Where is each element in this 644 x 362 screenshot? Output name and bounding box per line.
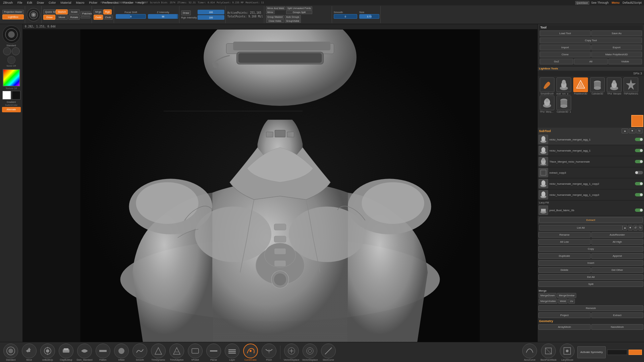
extract-button[interactable]: Extract! — [539, 217, 643, 223]
nanomesh-button[interactable]: NanoMesh — [591, 324, 644, 330]
menu-zbrush[interactable]: ZBrush — [2, 1, 14, 4]
subtool-toggle-5[interactable] — [635, 193, 643, 196]
auto-groups-button[interactable]: Auto Groups — [285, 15, 301, 19]
clone-button[interactable]: Clone — [540, 52, 591, 57]
pinch-btn[interactable]: Pinch — [260, 344, 278, 361]
lightbox-button[interactable]: LightBox — [2, 14, 24, 19]
subtool-up-button[interactable]: ▲ — [622, 128, 628, 133]
make-polymesh-button[interactable]: Make PolyMesh3D — [591, 52, 642, 57]
copy-tool-button[interactable]: Copy Tool — [540, 38, 642, 43]
brush-preview[interactable] — [27, 8, 40, 21]
menu-picker[interactable]: Picker — [88, 1, 99, 4]
subtool-down-button[interactable]: ▼ — [629, 128, 636, 133]
delete-button[interactable]: Delete — [538, 267, 591, 273]
geometry-header[interactable]: Geometry — [538, 319, 644, 323]
visible-button[interactable]: Visible — [608, 59, 642, 64]
quicksave-button[interactable]: QuickSave — [575, 1, 589, 5]
menu-edit[interactable]: Edit — [26, 1, 34, 4]
main-canvas[interactable] — [23, 29, 537, 342]
trimdynamic-btn[interactable]: TrimDynamic — [150, 344, 167, 361]
tool-tpol-oct[interactable]: TPol_Merged_oct — [539, 96, 555, 113]
subtool-header[interactable]: SubTool ▲ ▼ ↻ — [538, 128, 644, 134]
mrgb-button[interactable]: Mrgb — [94, 9, 103, 14]
load-tool-button[interactable]: Load Tool — [540, 31, 591, 36]
drawsize-slider[interactable]: 98 — [148, 14, 178, 19]
del-all-button[interactable]: Del All — [538, 274, 643, 280]
color-palette[interactable] — [3, 69, 20, 86]
tool-cylinder2[interactable]: Cylinder3D_1 — [556, 96, 572, 113]
group-masked-button[interactable]: Group Masked — [266, 15, 284, 19]
all-low-button[interactable]: All Low — [538, 239, 591, 245]
subtool-item-3[interactable]: extract_copy3 — [538, 167, 644, 178]
hpolish-btn[interactable]: hPolish — [186, 344, 204, 361]
smooth-btn[interactable]: Smooth — [131, 344, 149, 361]
alternate-button[interactable]: Alternate — [2, 107, 21, 112]
size-slider[interactable]: 3.73 — [359, 14, 379, 19]
inflate-btn2[interactable]: Inflate — [113, 344, 130, 361]
brush-sample-3[interactable] — [7, 56, 15, 64]
brush-sample-2[interactable] — [12, 47, 20, 55]
sketch-button[interactable]: Sketch — [56, 9, 68, 14]
extract-btn2[interactable]: Extract — [591, 312, 644, 318]
menu-draw[interactable]: Draw — [36, 1, 45, 4]
del-other-button[interactable]: Del Other — [591, 267, 644, 273]
close-holes-button[interactable]: Close Holes — [266, 19, 284, 23]
subtool-refresh-button[interactable]: ↻ — [636, 128, 643, 133]
arraymesh-button[interactable]: ArrayMesh — [538, 324, 591, 330]
tool-cylinder[interactable]: Cylinder3D — [589, 77, 605, 95]
subtool-toggle-1[interactable] — [635, 149, 643, 152]
rotate-button[interactable]: Rotate — [68, 15, 80, 20]
slicecurve-btn[interactable]: SliceCurve — [320, 344, 337, 361]
subtool-item-4[interactable]: nickz_humanmale_merged_agg_1_copy2 — [538, 178, 644, 189]
z-intensity-slider[interactable]: 100 — [198, 15, 224, 20]
list-up-button[interactable]: ▲ — [623, 225, 627, 231]
tool-star[interactable]: TNPolyMesh1 — [623, 77, 639, 95]
zadd-button[interactable]: Zadd — [94, 15, 103, 20]
merge-similar-button[interactable]: MergeSimilar — [557, 293, 576, 298]
defaultscript-label[interactable]: DefaultZScript — [622, 1, 643, 4]
trimadaptive-btn[interactable]: TrimAdaptive — [168, 344, 185, 361]
mirror-weld-button[interactable]: Mirror And Weld — [266, 6, 285, 10]
vectordisp-btn2[interactable]: VectorDisplace — [301, 344, 319, 361]
backfacemask-btn[interactable]: BackFaceMask — [540, 344, 557, 361]
autoreorder-button[interactable]: AutoReorder — [591, 232, 644, 238]
brush-sample-1[interactable] — [3, 47, 11, 55]
extra-button[interactable] — [80, 16, 91, 18]
subtool-toggle-4[interactable] — [635, 182, 643, 185]
subtool-item-6[interactable]: pred_Bust_fabric_0b — [538, 205, 644, 216]
subtool-item-5[interactable]: nickz_humanmale_merged_agg_1_copy3 — [538, 189, 644, 200]
menu-macro[interactable]: Macro — [75, 1, 86, 4]
tool-tpol[interactable]: TPol_Merged — [606, 77, 622, 95]
subtool-toggle-6[interactable] — [635, 208, 643, 212]
patches-button[interactable]: Patches — [80, 11, 91, 16]
append-button[interactable]: Append — [591, 253, 644, 259]
uv-button[interactable]: Uv — [568, 299, 575, 304]
dam-standard-btn[interactable]: Dam_Standard — [76, 344, 93, 361]
merge-visible-button[interactable]: MergeVisible — [539, 299, 557, 304]
focal-slider[interactable]: 8 — [116, 14, 146, 19]
rename-button[interactable]: Rename — [538, 232, 591, 238]
mirror-button[interactable]: Mirror — [266, 10, 275, 14]
quick-button[interactable]: Quick Switch — [43, 9, 55, 14]
draw-palette-button[interactable]: Draw — [181, 10, 191, 15]
flatten-btn[interactable]: Flatten — [94, 344, 112, 361]
goz-button[interactable]: GoZ — [540, 59, 573, 64]
copy-subtool-button[interactable]: Copy — [538, 246, 643, 252]
list-refresh-button[interactable]: ↺ — [633, 225, 638, 231]
subtool-toggle-2[interactable] — [635, 160, 643, 163]
seethrough-label[interactable]: See Through — [590, 1, 610, 4]
project-button[interactable]: Project — [538, 312, 591, 318]
menu-material[interactable]: Material — [60, 1, 72, 4]
subtool-item-0[interactable]: nickz_humanmale_merged_agg_1 — [538, 134, 644, 145]
all-button[interactable]: All — [574, 59, 607, 64]
menu-button[interactable]: Menu — [610, 1, 621, 4]
curvecubic-btn[interactable]: CurveCubic — [242, 344, 259, 361]
vectordisp-btn1[interactable]: VectorDisplace — [283, 344, 300, 361]
rgb-intensity-slider[interactable]: 100 — [198, 10, 224, 14]
insert-button[interactable]: Insert — [538, 260, 643, 266]
menu-file[interactable]: File — [16, 1, 23, 4]
import-button[interactable]: Import — [540, 45, 591, 50]
tool-bust[interactable]: bust_svs_pose_02 — [556, 77, 572, 95]
lacymouse-btn[interactable]: LacyMouse — [558, 344, 576, 361]
planar-btn[interactable]: Planar — [205, 344, 222, 361]
